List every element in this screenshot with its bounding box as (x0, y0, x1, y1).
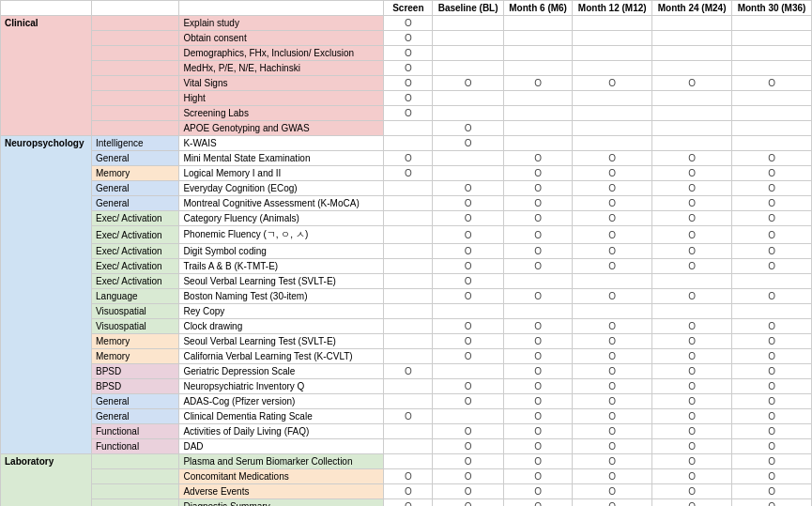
cell-bl: O (433, 394, 504, 409)
subcategory-cell: Visuospatial (92, 304, 179, 319)
cell-sc (384, 226, 433, 244)
cell-m12: O (573, 181, 652, 196)
table-row: Exec/ ActivationCategory Fluency (Animal… (1, 211, 812, 226)
cell-m6: O (503, 226, 572, 244)
cell-m12: O (573, 244, 652, 259)
cell-bl: O (433, 379, 504, 394)
test-cell: Neuropsychiatric Inventory Q (179, 379, 384, 394)
table-row: GeneralMontreal Cognitive Assessment (K-… (1, 196, 812, 211)
test-cell: Digit Symbol coding (179, 244, 384, 259)
cell-bl (433, 106, 504, 121)
cell-bl: O (433, 454, 504, 469)
test-cell: Adverse Events (179, 484, 384, 499)
subcategory-cell: BPSD (92, 364, 179, 379)
schedule-table-container: Screen Baseline (BL) Month 6 (M6) Month … (0, 0, 812, 506)
table-row: Exec/ ActivationTrails A & B (K-TMT-E)OO… (1, 259, 812, 274)
table-row: Screening LabsO (1, 106, 812, 121)
test-cell: Phonemic Fluency (ㄱ, ㅇ, ㅅ) (179, 226, 384, 244)
cell-m30: O (732, 196, 812, 211)
cell-bl: O (433, 469, 504, 484)
cell-bl: O (433, 349, 504, 364)
category-cell: Clinical (1, 16, 92, 136)
cell-m24: O (652, 166, 732, 181)
cell-m12 (573, 46, 652, 61)
cell-bl (433, 166, 504, 181)
cell-sc (384, 274, 433, 289)
test-cell: Diagnostic Summary (179, 499, 384, 507)
cell-bl: O (433, 424, 504, 439)
table-row: MemoryCalifornia Verbal Learning Test (K… (1, 349, 812, 364)
cell-bl (433, 91, 504, 106)
cell-m12: O (573, 196, 652, 211)
cell-bl: O (433, 181, 504, 196)
cell-m30 (732, 121, 812, 136)
cell-m12: O (573, 454, 652, 469)
cell-m30: O (732, 181, 812, 196)
cell-bl (433, 61, 504, 76)
cell-m12 (573, 106, 652, 121)
table-row: HightO (1, 91, 812, 106)
cell-m30: O (732, 439, 812, 454)
subcategory-cell (92, 121, 179, 136)
cell-m6: O (503, 484, 572, 499)
table-row: GeneralClinical Dementia Rating ScaleOOO… (1, 409, 812, 424)
table-row: APOE Genotyping and GWASO (1, 121, 812, 136)
subcategory-cell: Exec/ Activation (92, 226, 179, 244)
test-cell: Explain study (179, 16, 384, 31)
table-row: GeneralADAS-Cog (Pfizer version)OOOOO (1, 394, 812, 409)
cell-m30 (732, 91, 812, 106)
cell-sc: O (384, 409, 433, 424)
cell-sc (384, 211, 433, 226)
cell-m6: O (503, 319, 572, 334)
cell-m24: O (652, 319, 732, 334)
test-cell: Geriatric Depression Scale (179, 364, 384, 379)
cell-bl: O (433, 274, 504, 289)
table-row: Diagnostic SummaryOOOOOO (1, 499, 812, 507)
cell-m12: O (573, 211, 652, 226)
test-cell: Seoul Verbal Learning Test (SVLT-E) (179, 274, 384, 289)
test-cell: Rey Copy (179, 304, 384, 319)
cell-m12: O (573, 364, 652, 379)
header-test (179, 1, 384, 16)
cell-m12: O (573, 289, 652, 304)
test-cell: Plasma and Serum Biomarker Collection (179, 454, 384, 469)
table-row: BPSDGeriatric Depression ScaleOOOOO (1, 364, 812, 379)
test-cell: Trails A & B (K-TMT-E) (179, 259, 384, 274)
cell-m6: O (503, 151, 572, 166)
test-cell: Screening Labs (179, 106, 384, 121)
cell-m30: O (732, 289, 812, 304)
cell-sc (384, 196, 433, 211)
subcategory-cell (92, 454, 179, 469)
table-row: Obtain consentO (1, 31, 812, 46)
test-cell: APOE Genotyping and GWAS (179, 121, 384, 136)
cell-sc (384, 439, 433, 454)
schedule-table: Screen Baseline (BL) Month 6 (M6) Month … (0, 0, 812, 506)
cell-m6: O (503, 166, 572, 181)
cell-m12: O (573, 499, 652, 507)
cell-m6: O (503, 364, 572, 379)
cell-m12: O (573, 76, 652, 91)
test-cell: K-WAIS (179, 136, 384, 151)
table-row: VisuospatialClock drawingOOOOO (1, 319, 812, 334)
cell-bl: O (433, 499, 504, 507)
cell-m12: O (573, 226, 652, 244)
cell-m30: O (732, 364, 812, 379)
cell-m30 (732, 46, 812, 61)
subcategory-cell: Functional (92, 439, 179, 454)
cell-m30: O (732, 166, 812, 181)
subcategory-cell: Intelligence (92, 136, 179, 151)
cell-m24: O (652, 349, 732, 364)
cell-sc (384, 259, 433, 274)
header-m12: Month 12 (M12) (573, 1, 652, 16)
test-cell: Activities of Daily Living (FAQ) (179, 424, 384, 439)
header-category (1, 1, 92, 16)
table-row: FunctionalActivities of Daily Living (FA… (1, 424, 812, 439)
cell-sc: O (384, 469, 433, 484)
cell-m6 (503, 46, 572, 61)
table-row: Demographics, FHx, Inclusion/ ExclusionO (1, 46, 812, 61)
cell-m30 (732, 304, 812, 319)
cell-sc (384, 244, 433, 259)
cell-m30: O (732, 259, 812, 274)
cell-sc: O (384, 31, 433, 46)
table-row: MemoryLogical Memory I and IIOOOOO (1, 166, 812, 181)
